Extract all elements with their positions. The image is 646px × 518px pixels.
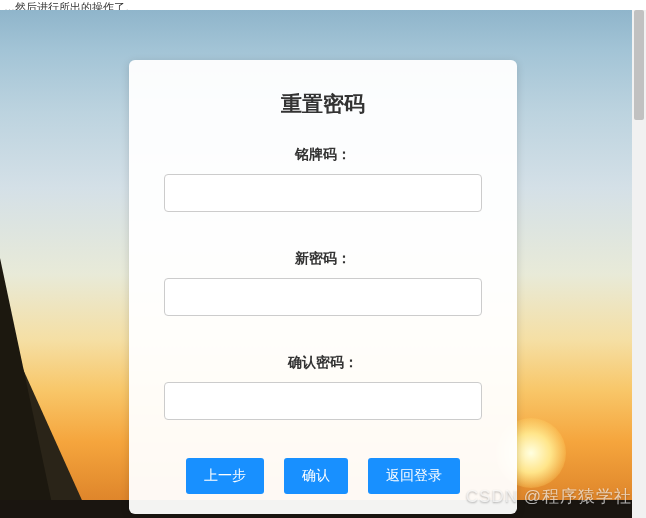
confirm-password-label: 确认密码： [164, 354, 482, 372]
watermark: CSDN @程序猿学社 [466, 485, 632, 508]
button-row: 上一步 确认 返回登录 [164, 458, 482, 494]
confirm-password-input[interactable] [164, 382, 482, 420]
new-password-label: 新密码： [164, 250, 482, 268]
scrollbar-thumb[interactable] [634, 10, 644, 120]
reset-password-card: 重置密码 铭牌码： 新密码： 确认密码： 上一步 确认 返回登录 [129, 60, 517, 514]
prev-step-button[interactable]: 上一步 [186, 458, 264, 494]
scrollbar-track[interactable] [632, 10, 646, 518]
badge-code-label: 铭牌码： [164, 146, 482, 164]
badge-code-input[interactable] [164, 174, 482, 212]
form-group-confirm-password: 确认密码： [164, 354, 482, 420]
new-password-input[interactable] [164, 278, 482, 316]
card-title: 重置密码 [164, 90, 482, 118]
form-group-new-password: 新密码： [164, 250, 482, 316]
form-group-badge-code: 铭牌码： [164, 146, 482, 212]
background-mountain-far [0, 258, 55, 518]
back-to-login-button[interactable]: 返回登录 [368, 458, 460, 494]
confirm-button[interactable]: 确认 [284, 458, 348, 494]
cropped-text-fragment: …然后进行所出的操作了。 [0, 0, 646, 10]
